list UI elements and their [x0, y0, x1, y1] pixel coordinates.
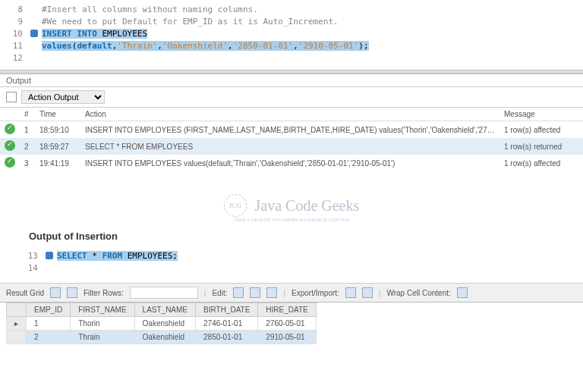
watermark-logo-icon: JCG — [224, 194, 247, 217]
code-content[interactable]: #We need to put Default for EMP_ID as it… — [42, 17, 339, 27]
code-line[interactable]: 8#Insert all columns without naming colu… — [0, 3, 583, 15]
code-content[interactable]: #Insert all columns without naming colum… — [42, 5, 258, 14]
row-action: INSERT INTO EMPLOYEES values(default,'Th… — [80, 155, 499, 171]
code-content[interactable]: INSERT INTO EMPLOYEES — [42, 29, 147, 39]
row-num: 3 — [20, 155, 35, 171]
col-time: Time — [35, 108, 80, 121]
success-icon — [5, 140, 15, 151]
row-message: 1 row(s) affected — [499, 121, 583, 139]
code-line[interactable]: 9#We need to put Default for EMP_ID as i… — [0, 15, 583, 27]
line-marker-icon — [30, 42, 38, 49]
success-icon — [5, 124, 15, 134]
output-panel-label: Output — [0, 74, 583, 87]
result-cell[interactable]: 2760-05-01 — [258, 317, 316, 331]
output-toolbar: Action Output — [0, 87, 583, 108]
col-message: Message — [499, 108, 583, 121]
result-data-table[interactable]: EMP_IDFIRST_NAMELAST_NAMEBIRTH_DATEHIRE_… — [6, 303, 317, 344]
row-time: 19:41:19 — [35, 155, 80, 171]
grid-icon[interactable] — [50, 287, 61, 298]
export-icon[interactable] — [345, 287, 356, 298]
sql-editor-bottom[interactable]: 13SELECT * FROM EMPLOYEES;14 — [0, 249, 583, 274]
action-row[interactable]: 1 18:59:10 INSERT INTO EMPLOYEES (FIRST_… — [0, 121, 583, 139]
row-handle[interactable]: ▸ — [7, 317, 27, 331]
code-content[interactable]: values(default,'Thrain','Oakenshield','2… — [42, 41, 369, 51]
result-col-header[interactable]: FIRST_NAME — [71, 303, 134, 317]
line-number: 12 — [0, 53, 30, 63]
line-marker-icon — [30, 54, 38, 61]
wrap-icon[interactable] — [457, 287, 468, 298]
code-line[interactable]: 14 — [15, 262, 583, 274]
row-time: 18:59:27 — [35, 138, 80, 155]
output-clipboard-icon[interactable] — [6, 92, 17, 102]
result-cell[interactable]: 2850-01-01 — [196, 331, 258, 344]
result-col-header[interactable]: HIRE_DATE — [258, 303, 316, 317]
row-action: SELECT * FROM EMPLOYEES — [80, 138, 499, 155]
result-col-header[interactable]: BIRTH_DATE — [196, 303, 258, 317]
watermark: JCG Java Code Geeks JAVA 2 JAVA DEVELOPE… — [0, 194, 583, 223]
line-number: 8 — [0, 5, 30, 14]
sql-editor-top[interactable]: 8#Insert all columns without naming colu… — [0, 0, 583, 67]
result-cell[interactable]: 2746-01-01 — [196, 317, 258, 331]
row-message: 1 row(s) affected — [499, 155, 583, 171]
action-output-table: # Time Action Message 1 18:59:10 INSERT … — [0, 108, 583, 171]
line-marker-icon — [30, 17, 38, 25]
result-grid-toolbar: Result Grid Filter Rows: | Edit: | Expor… — [0, 283, 583, 303]
output-type-dropdown[interactable]: Action Output — [21, 90, 105, 104]
row-num: 1 — [20, 121, 35, 139]
result-row[interactable]: 2ThrainOakenshield2850-01-012910-05-01 — [7, 331, 317, 344]
wrap-label: Wrap Cell Content: — [386, 289, 450, 297]
row-action: INSERT INTO EMPLOYEES (FIRST_NAME,LAST_N… — [80, 121, 499, 139]
row-num: 2 — [20, 138, 35, 155]
line-number: 13 — [15, 251, 46, 261]
result-grid-label: Result Grid — [6, 289, 44, 297]
watermark-text: Java Code Geeks — [255, 197, 360, 214]
row-handle[interactable] — [7, 331, 27, 344]
edit-icon-2[interactable] — [250, 287, 260, 298]
result-col-header[interactable]: LAST_NAME — [134, 303, 195, 317]
success-icon — [5, 157, 15, 168]
row-time: 18:59:10 — [35, 121, 80, 139]
line-number: 10 — [0, 29, 30, 39]
col-action: Action — [80, 108, 499, 121]
line-marker-icon — [46, 252, 53, 259]
result-cell[interactable]: Oakenshield — [134, 331, 195, 344]
result-cell[interactable]: Thorin — [71, 317, 134, 331]
result-col-header[interactable]: EMP_ID — [27, 303, 71, 317]
line-number: 9 — [0, 17, 30, 27]
filter-rows-label: Filter Rows: — [84, 289, 124, 297]
line-marker-icon — [30, 30, 38, 37]
code-content[interactable]: SELECT * FROM EMPLOYEES; — [57, 251, 178, 261]
filter-rows-input[interactable] — [130, 287, 198, 299]
export-label: Export/Import: — [292, 289, 339, 297]
line-number: 14 — [15, 263, 46, 273]
edit-label: Edit: — [212, 289, 227, 297]
watermark-sub: JAVA 2 JAVA DEVELOPERS RESOURCE CENTER — [0, 217, 583, 223]
line-marker-icon — [30, 5, 38, 13]
col-num: # — [20, 108, 35, 121]
result-row[interactable]: ▸1ThorinOakenshield2746-01-012760-05-01 — [7, 317, 317, 331]
result-cell[interactable]: Thrain — [71, 331, 134, 344]
action-row[interactable]: 2 18:59:27 SELECT * FROM EMPLOYEES 1 row… — [0, 138, 583, 155]
edit-icon-3[interactable] — [266, 287, 277, 298]
line-number: 11 — [0, 41, 30, 51]
code-line[interactable]: 13SELECT * FROM EMPLOYEES; — [15, 249, 583, 262]
result-cell[interactable]: 1 — [27, 317, 71, 331]
edit-icon-1[interactable] — [233, 287, 244, 298]
section-heading: Output of Insertion — [29, 230, 583, 242]
filter-icon[interactable] — [67, 287, 77, 298]
row-message: 1 row(s) returned — [499, 138, 583, 155]
result-cell[interactable]: 2910-05-01 — [258, 331, 316, 344]
import-icon[interactable] — [362, 287, 373, 298]
result-cell[interactable]: 2 — [27, 331, 71, 344]
line-marker-icon — [46, 264, 53, 271]
code-line[interactable]: 12 — [0, 52, 583, 64]
code-line[interactable]: 11values(default,'Thrain','Oakenshield',… — [0, 39, 583, 52]
result-cell[interactable]: Oakenshield — [134, 317, 195, 331]
action-row[interactable]: 3 19:41:19 INSERT INTO EMPLOYEES values(… — [0, 155, 583, 171]
code-line[interactable]: 10INSERT INTO EMPLOYEES — [0, 27, 583, 39]
